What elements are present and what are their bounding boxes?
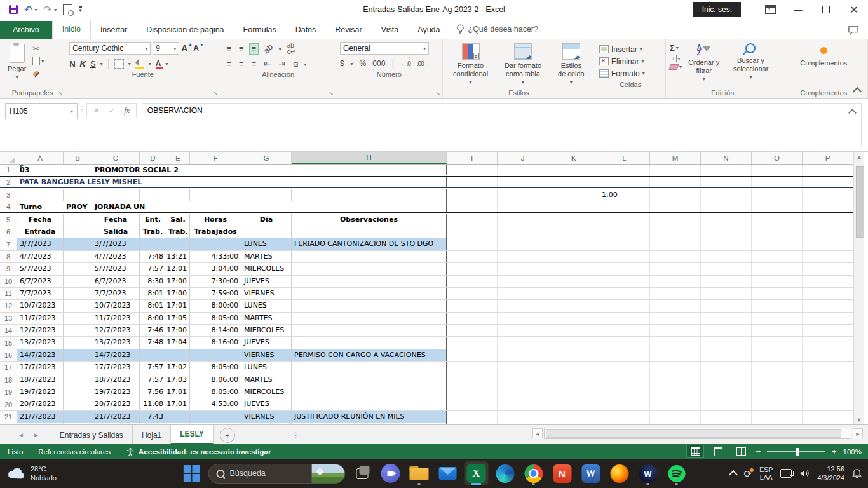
- cell-E20[interactable]: 17:01: [166, 398, 190, 410]
- cell-G6[interactable]: [241, 226, 292, 238]
- undo-dropdown-icon[interactable]: ▾: [35, 7, 37, 13]
- cut-button[interactable]: ✂: [32, 43, 44, 53]
- ribbon-tab-revisar[interactable]: Revisar: [325, 21, 371, 39]
- cell-D6[interactable]: Trab.: [140, 226, 166, 238]
- cell-A21[interactable]: 21/7/2023: [17, 411, 64, 423]
- number-dialog-launcher[interactable]: ↘: [435, 90, 440, 97]
- italic-button[interactable]: K: [80, 59, 86, 69]
- spotify-app-button[interactable]: [665, 461, 689, 485]
- row-header-20[interactable]: 20: [0, 398, 17, 410]
- cell-D19[interactable]: 7:56: [140, 386, 166, 398]
- cell-M5[interactable]: [650, 214, 701, 226]
- cell-G1[interactable]: [241, 165, 292, 175]
- cell-B3[interactable]: [64, 189, 92, 201]
- cell-L3[interactable]: 1:00: [599, 189, 650, 201]
- cell-M10[interactable]: [650, 276, 701, 287]
- cell-G11[interactable]: VIERNES: [241, 288, 292, 299]
- horizontal-scroll-thumb[interactable]: [546, 429, 841, 438]
- cell-K7[interactable]: [548, 238, 599, 250]
- format-cells-button[interactable]: Formato▾: [599, 67, 661, 79]
- column-header-N[interactable]: N: [701, 152, 752, 164]
- cell-J18[interactable]: [498, 374, 548, 386]
- cell-O4[interactable]: [752, 201, 803, 212]
- cell-C2[interactable]: [92, 177, 140, 187]
- vertical-scroll-thumb[interactable]: [856, 166, 864, 238]
- decrease-indent-button[interactable]: ⇤: [262, 59, 273, 69]
- cell-L21[interactable]: [599, 411, 650, 423]
- row-header-5[interactable]: 5: [0, 214, 17, 226]
- row-header-9[interactable]: 9: [0, 263, 17, 274]
- cell-H19[interactable]: [292, 386, 447, 398]
- row-header-12[interactable]: 12: [0, 300, 17, 311]
- cell-G18[interactable]: MARTES: [241, 374, 292, 386]
- cell-D11[interactable]: 8:01: [140, 288, 166, 299]
- cell-L16[interactable]: [599, 349, 650, 361]
- cell-C13[interactable]: 11/7/2023: [92, 313, 140, 324]
- cell-F18[interactable]: 8:06:00: [190, 374, 241, 386]
- cell-P16[interactable]: [803, 349, 853, 361]
- cell-K4[interactable]: [548, 201, 599, 212]
- cell-L14[interactable]: [599, 325, 650, 336]
- borders-icon[interactable]: [114, 59, 124, 69]
- cell-A11[interactable]: 7/7/2023: [17, 288, 64, 299]
- cell-L6[interactable]: [599, 226, 650, 238]
- cell-F16[interactable]: [190, 349, 241, 361]
- cell-B16[interactable]: [64, 349, 92, 361]
- cell-P20[interactable]: [803, 398, 853, 410]
- cell-N3[interactable]: [701, 189, 752, 201]
- cell-P8[interactable]: [803, 251, 853, 262]
- scroll-left-icon[interactable]: ◄: [532, 428, 543, 438]
- print-preview-icon[interactable]: [63, 4, 72, 15]
- cell-O17[interactable]: [752, 362, 803, 373]
- cell-C1[interactable]: PROMOTOR SOCIAL 2: [92, 165, 140, 175]
- cell-F14[interactable]: 8:14:00: [190, 325, 241, 336]
- row-header-1[interactable]: 1: [0, 165, 17, 175]
- cell-B18[interactable]: [64, 374, 92, 386]
- cell-N20[interactable]: [701, 398, 752, 410]
- cell-C7[interactable]: 3/7/2023: [92, 238, 140, 250]
- cell-E16[interactable]: [166, 349, 190, 361]
- row-header-21[interactable]: 21: [0, 411, 17, 423]
- cell-O16[interactable]: [752, 349, 803, 361]
- cell-G3[interactable]: [241, 189, 292, 201]
- worksheet-grid[interactable]: ABCDEFGHIJKLMNOP103PROMOTOR SOCIAL 22PAT…: [0, 152, 853, 424]
- cell-I8[interactable]: [447, 251, 498, 262]
- row-header-17[interactable]: 17: [0, 362, 17, 373]
- cell-F2[interactable]: [190, 177, 241, 187]
- cell-N6[interactable]: [701, 226, 752, 238]
- cell-N15[interactable]: [701, 337, 752, 348]
- cell-L8[interactable]: [599, 251, 650, 262]
- new-sheet-button[interactable]: +: [220, 428, 235, 443]
- column-header-P[interactable]: P: [803, 152, 853, 164]
- cell-E10[interactable]: 17:00: [166, 276, 190, 287]
- cell-A12[interactable]: 10/7/2023: [17, 300, 64, 311]
- increase-decimal-button[interactable]: ←.0: [400, 60, 410, 67]
- cell-E1[interactable]: [166, 165, 190, 175]
- format-as-table-button[interactable]: Dar formato como tabla▾: [496, 42, 550, 88]
- cell-H10[interactable]: [292, 276, 447, 287]
- cell-C8[interactable]: 4/7/2023: [92, 251, 140, 262]
- cell-L13[interactable]: [599, 313, 650, 324]
- bold-button[interactable]: N: [69, 59, 75, 69]
- cell-G21[interactable]: VIERNES: [241, 411, 292, 423]
- cell-M14[interactable]: [650, 325, 701, 336]
- cell-K14[interactable]: [548, 325, 599, 336]
- cell-A15[interactable]: 13/7/2023: [17, 337, 64, 348]
- search-highlight-image[interactable]: [311, 464, 345, 483]
- cell-M20[interactable]: [650, 398, 701, 410]
- undo-icon[interactable]: ↶: [24, 5, 32, 14]
- cell-F13[interactable]: 8:05:00: [190, 313, 241, 324]
- cell-A17[interactable]: 17/7/2023: [17, 362, 64, 373]
- select-all-corner[interactable]: [0, 152, 17, 164]
- clear-button[interactable]: ▾: [670, 64, 682, 70]
- cell-D4[interactable]: [140, 201, 166, 212]
- minimize-button[interactable]: —: [784, 0, 812, 19]
- delete-cells-button[interactable]: Eliminar▾: [599, 55, 661, 67]
- cell-M1[interactable]: [650, 165, 701, 175]
- webex-app-button[interactable]: W: [636, 461, 660, 485]
- cell-F11[interactable]: 7:59:00: [190, 288, 241, 299]
- cell-L4[interactable]: [599, 201, 650, 212]
- cell-E9[interactable]: 12:01: [166, 263, 190, 274]
- row-header-10[interactable]: 10: [0, 276, 17, 287]
- sheet-nav-prev-icon[interactable]: ◄: [18, 431, 24, 438]
